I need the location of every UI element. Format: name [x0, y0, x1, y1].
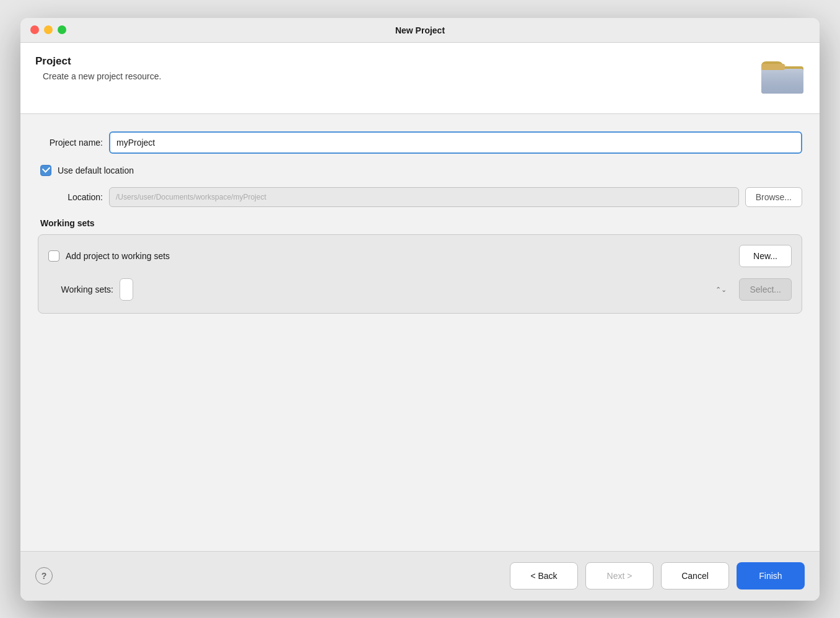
working-sets-box: Add project to working sets New... Worki… [38, 234, 802, 314]
location-input[interactable] [109, 187, 739, 207]
header-text: Project Create a new project resource. [35, 55, 161, 81]
header-section: Project Create a new project resource. [20, 43, 820, 114]
next-button: Next > [585, 562, 654, 589]
working-sets-section: Working sets Add project to working sets… [38, 218, 802, 314]
finish-button[interactable]: Finish [737, 562, 805, 589]
working-sets-label: Working sets: [48, 285, 120, 294]
header-subtitle: Create a new project resource. [43, 71, 161, 81]
new-working-set-button[interactable]: New... [739, 245, 792, 267]
maximize-button[interactable] [58, 25, 66, 34]
location-label: Location: [38, 192, 109, 202]
svg-rect-2 [761, 69, 803, 94]
new-project-dialog: New Project Project Create a new project… [20, 18, 820, 601]
use-default-location-label[interactable]: Use default location [58, 166, 134, 175]
project-name-label: Project name: [38, 138, 109, 148]
ws-checkbox-group: Add project to working sets [48, 250, 170, 262]
location-row: Location: Browse... [38, 187, 802, 207]
browse-button[interactable]: Browse... [745, 187, 802, 207]
ws-row2: Working sets: Select... [48, 278, 792, 301]
add-to-working-sets-checkbox[interactable] [48, 250, 59, 262]
working-sets-title: Working sets [40, 218, 802, 228]
footer-left: ? [35, 567, 53, 585]
svg-rect-3 [761, 64, 785, 70]
footer-buttons: < Back Next > Cancel Finish [510, 562, 805, 589]
use-default-location-row: Use default location [40, 165, 802, 176]
header-title: Project [35, 55, 161, 68]
ws-row1: Add project to working sets New... [48, 245, 792, 267]
ws-select-wrapper [120, 278, 733, 301]
add-to-working-sets-label[interactable]: Add project to working sets [66, 251, 170, 261]
project-name-input[interactable] [109, 131, 802, 154]
cancel-button[interactable]: Cancel [661, 562, 729, 589]
window-controls [30, 25, 66, 34]
minimize-button[interactable] [44, 25, 53, 34]
working-sets-select[interactable] [120, 278, 133, 301]
dialog-title: New Project [395, 25, 445, 35]
select-working-set-button: Select... [739, 278, 792, 301]
close-button[interactable] [30, 25, 39, 34]
footer: ? < Back Next > Cancel Finish [20, 551, 820, 601]
back-button[interactable]: < Back [510, 562, 578, 589]
folder-icon [760, 55, 805, 95]
use-default-location-checkbox[interactable] [40, 165, 51, 176]
project-name-row: Project name: [38, 131, 802, 154]
title-bar: New Project [20, 18, 820, 43]
content-area: Project name: Use default location Locat… [20, 114, 820, 551]
help-button[interactable]: ? [35, 567, 53, 585]
